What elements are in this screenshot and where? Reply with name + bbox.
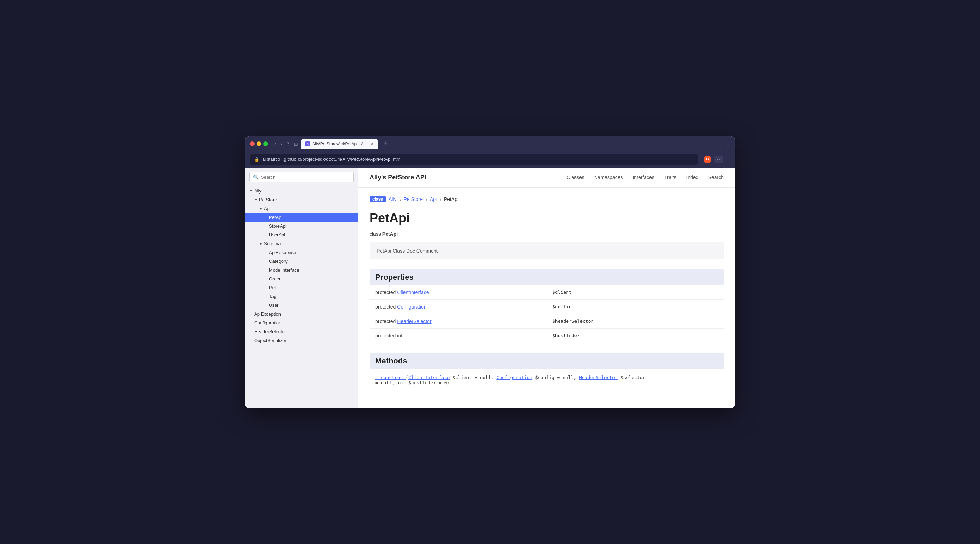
class-badge: class	[370, 196, 386, 202]
sidebar-item-label: ApiException	[254, 312, 281, 317]
sidebar-item-label: Schema	[264, 241, 281, 246]
sidebar-item-apiresponse[interactable]: ApiResponse	[245, 248, 358, 257]
property-name-cell: $client	[547, 285, 724, 300]
breadcrumb-link-ally[interactable]: Ally	[389, 196, 397, 202]
top-nav-links: Classes Namespaces Interfaces Traits Ind…	[567, 175, 724, 180]
method-construct-link[interactable]: __construct	[375, 375, 406, 380]
main-content: Ally's PetStore API Classes Namespaces I…	[358, 168, 735, 408]
table-row: protected Configuration $config	[370, 299, 724, 314]
class-declaration: class PetApi	[370, 231, 724, 237]
breadcrumb-link-api[interactable]: Api	[430, 196, 437, 202]
property-type-cell: protected int	[370, 328, 547, 343]
property-type-link[interactable]: ClientInterface	[397, 289, 429, 295]
sidebar-item-userapi[interactable]: UserApi	[245, 231, 358, 239]
sidebar-item-tag[interactable]: Tag	[245, 292, 358, 301]
back-button[interactable]: ‹	[273, 140, 277, 147]
browser-tab[interactable]: A Ally\PetStore\Api\PetApi | Ally's ×	[301, 139, 379, 149]
sidebar-item-label: ObjectSerializer	[254, 338, 286, 343]
sidebar-item-label: HeaderSelector	[254, 329, 286, 334]
sidebar-item-label: StoreApi	[269, 223, 286, 229]
property-type-cell: protected HeaderSelector	[370, 314, 547, 328]
sidebar-item-category[interactable]: Category	[245, 257, 358, 266]
search-icon: 🔍	[253, 175, 259, 180]
sidebar-item-schema[interactable]: ▼ Schema	[245, 239, 358, 248]
sidebar-item-label: ApiResponse	[269, 250, 296, 255]
nav-link-traits[interactable]: Traits	[664, 175, 676, 180]
title-bar: ‹ › ↻ ⊞ A Ally\PetStore\Api\PetApi | All…	[245, 136, 735, 152]
property-name: $config	[552, 304, 572, 309]
method-headerselector-link[interactable]: HeaderSelector	[579, 375, 618, 380]
sidebar-item-label: Api	[264, 206, 271, 211]
nav-link-classes[interactable]: Classes	[567, 175, 584, 180]
sidebar-item-modelinterface[interactable]: ModelInterface	[245, 266, 358, 274]
sidebar-item-label: UserApi	[269, 232, 285, 237]
chevron-icon: ▼	[249, 189, 253, 193]
property-type-cell: protected ClientInterface	[370, 285, 547, 300]
top-nav: Ally's PetStore API Classes Namespaces I…	[358, 168, 735, 188]
sidebar-item-api[interactable]: ▼ Api	[245, 204, 358, 213]
nav-link-namespaces[interactable]: Namespaces	[594, 175, 623, 180]
sidebar-item-user[interactable]: User	[245, 301, 358, 310]
new-tab-button[interactable]: +	[381, 138, 391, 148]
properties-section-header: Properties	[370, 269, 724, 285]
sidebar-item-ally[interactable]: ▼ Ally	[245, 186, 358, 195]
sidebar-item-pet[interactable]: Pet	[245, 283, 358, 292]
sidebar-item-label: Configuration	[254, 320, 281, 326]
forward-button[interactable]: ›	[279, 140, 283, 147]
browser-window: ‹ › ↻ ⊞ A Ally\PetStore\Api\PetApi | All…	[245, 136, 735, 408]
property-name: $client	[552, 289, 572, 295]
sidebar-item-order[interactable]: Order	[245, 274, 358, 283]
property-visibility: protected	[375, 333, 397, 339]
sidebar-item-objectserializer[interactable]: ObjectSerializer	[245, 336, 358, 345]
url-text: alistaircolI.github.io/project-sdk/doctu…	[262, 157, 694, 162]
sidebar-item-petstore[interactable]: ▼ PetStore	[245, 195, 358, 204]
table-row: protected HeaderSelector $headerSelector	[370, 314, 724, 328]
nav-buttons: ‹ ›	[273, 140, 283, 147]
nav-link-search[interactable]: Search	[708, 175, 724, 180]
sidebar-item-petapi[interactable]: PetApi	[245, 213, 358, 222]
method-configuration-link[interactable]: Configuration	[496, 375, 532, 380]
sidebar-item-label: Category	[269, 259, 288, 264]
nav-link-index[interactable]: Index	[686, 175, 698, 180]
methods-section-header: Methods	[370, 353, 724, 369]
site-title: Ally's PetStore API	[370, 174, 567, 181]
property-visibility: protected	[375, 289, 397, 295]
reload-button[interactable]: ↻	[287, 141, 291, 147]
sidebar-item-label: ModelInterface	[269, 267, 299, 273]
sidebar-item-label: Ally	[254, 188, 261, 194]
property-name-cell: $hostIndex	[547, 328, 724, 343]
sidebar-item-apiexception[interactable]: ApiException	[245, 310, 358, 318]
tab-list-chevron[interactable]: ⌄	[726, 141, 730, 147]
sidebar-item-configuration[interactable]: Configuration	[245, 318, 358, 327]
search-box[interactable]: 🔍	[249, 172, 354, 182]
breadcrumb: class Ally \ PetStore \ Api \ PetApi	[370, 196, 724, 202]
breadcrumb-link-petstore[interactable]: PetStore	[403, 196, 422, 202]
tab-close-button[interactable]: ×	[370, 142, 374, 146]
tab-title: Ally\PetStore\Api\PetApi | Ally's	[312, 142, 368, 146]
minimize-traffic-light[interactable]	[257, 142, 261, 146]
class-name: PetApi	[382, 231, 398, 237]
sidebar-item-storeapi[interactable]: StoreApi	[245, 222, 358, 231]
sidebar-item-label: PetStore	[259, 197, 277, 202]
method-clientinterface-link[interactable]: ClientInterface	[408, 375, 450, 380]
property-visibility: protected	[375, 318, 397, 324]
tab-favicon: A	[305, 142, 310, 146]
address-bar[interactable]: 🔒 alistaircolI.github.io/project-sdk/doc…	[250, 154, 698, 165]
property-name-cell: $headerSelector	[547, 314, 724, 328]
property-type-link[interactable]: HeaderSelector	[397, 318, 431, 324]
property-type-link[interactable]: Configuration	[397, 304, 426, 310]
methods-title: Methods	[375, 356, 407, 365]
bookmark-button[interactable]: ⊞	[294, 141, 298, 147]
reader-mode-button[interactable]: ▪▪	[714, 156, 724, 163]
close-traffic-light[interactable]	[250, 142, 255, 146]
search-input[interactable]	[261, 175, 350, 180]
maximize-traffic-light[interactable]	[263, 142, 268, 146]
browser-menu-button[interactable]: ≡	[726, 156, 730, 163]
sidebar-item-label: Order	[269, 276, 280, 282]
sidebar-item-headerselector[interactable]: HeaderSelector	[245, 327, 358, 336]
page-title: PetApi	[370, 211, 724, 226]
nav-link-interfaces[interactable]: Interfaces	[633, 175, 654, 180]
sidebar-item-label: Tag	[269, 294, 276, 299]
property-type-cell: protected Configuration	[370, 299, 547, 314]
breadcrumb-sep: \	[426, 196, 427, 202]
